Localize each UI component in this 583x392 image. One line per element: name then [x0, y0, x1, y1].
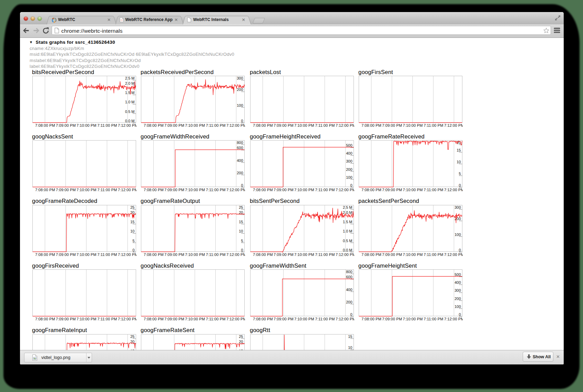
- svg-text:300: 300: [454, 289, 461, 293]
- svg-text:7:11:00 PM: 7:11:00 PM: [315, 317, 335, 321]
- svg-text:0.0 M: 0.0 M: [343, 248, 352, 252]
- svg-text:600: 600: [346, 275, 352, 279]
- svg-text:7:08:00 PM: 7:08:00 PM: [144, 123, 164, 127]
- svg-text:0: 0: [241, 119, 243, 123]
- svg-text:7:11:00 PM: 7:11:00 PM: [206, 123, 226, 127]
- svg-text:300: 300: [454, 205, 461, 209]
- svg-text:0: 0: [241, 248, 243, 252]
- svg-text:7:12:00 PM: 7:12:00 PM: [226, 123, 245, 127]
- svg-text:2.0 M: 2.0 M: [343, 210, 352, 215]
- svg-text:7:09:00 PM: 7:09:00 PM: [382, 123, 402, 127]
- svg-text:0: 0: [459, 312, 461, 317]
- svg-text:7:09:00 PM: 7:09:00 PM: [164, 188, 184, 192]
- svg-text:7:08:00 PM: 7:08:00 PM: [144, 317, 164, 321]
- svg-text:7:10:00 PM: 7:10:00 PM: [403, 123, 423, 127]
- svg-text:0.5 M: 0.5 M: [343, 238, 352, 243]
- svg-text:7:11:00 PM: 7:11:00 PM: [98, 123, 117, 127]
- svg-text:400: 400: [346, 288, 352, 292]
- svg-text:7:09:00 PM: 7:09:00 PM: [274, 252, 294, 256]
- svg-text:7:09:00 PM: 7:09:00 PM: [56, 317, 76, 321]
- svg-text:7:10:00 PM: 7:10:00 PM: [403, 252, 423, 256]
- svg-text:15: 15: [130, 220, 134, 224]
- svg-text:0: 0: [459, 248, 461, 252]
- svg-text:7:11:00 PM: 7:11:00 PM: [424, 252, 443, 256]
- svg-text:7:08:00 PM: 7:08:00 PM: [35, 188, 55, 192]
- svg-text:7:10:00 PM: 7:10:00 PM: [403, 317, 423, 321]
- svg-text:7:11:00 PM: 7:11:00 PM: [98, 317, 117, 321]
- svg-text:200: 200: [237, 171, 243, 175]
- svg-text:600: 600: [237, 146, 243, 150]
- svg-text:7:12:00 PM: 7:12:00 PM: [226, 188, 245, 192]
- svg-text:25: 25: [239, 334, 243, 338]
- svg-text:7:08:00 PM: 7:08:00 PM: [253, 252, 273, 256]
- svg-text:7:10:00 PM: 7:10:00 PM: [294, 188, 314, 192]
- svg-text:7:10:00 PM: 7:10:00 PM: [185, 252, 205, 256]
- svg-text:10: 10: [130, 229, 134, 233]
- svg-text:7:11:00 PM: 7:11:00 PM: [206, 317, 226, 321]
- svg-text:800: 800: [346, 270, 352, 274]
- svg-text:7:11:00 PM: 7:11:00 PM: [98, 188, 117, 192]
- svg-text:7:12:00 PM: 7:12:00 PM: [118, 317, 136, 321]
- svg-text:5: 5: [132, 238, 134, 243]
- svg-text:15: 15: [239, 220, 243, 224]
- svg-text:7:09:00 PM: 7:09:00 PM: [164, 317, 184, 321]
- svg-text:300: 300: [237, 76, 243, 80]
- svg-text:100: 100: [237, 103, 243, 107]
- svg-text:1.0 M: 1.0 M: [343, 229, 352, 233]
- svg-text:7:09:00 PM: 7:09:00 PM: [382, 188, 402, 192]
- svg-text:0: 0: [241, 183, 243, 187]
- svg-text:7:11:00 PM: 7:11:00 PM: [315, 123, 335, 127]
- svg-text:7:10:00 PM: 7:10:00 PM: [76, 188, 96, 192]
- svg-text:500: 500: [346, 144, 352, 148]
- svg-text:200: 200: [454, 217, 461, 221]
- svg-text:15: 15: [457, 148, 461, 152]
- svg-text:25: 25: [130, 205, 134, 209]
- svg-text:500: 500: [454, 272, 461, 277]
- svg-text:7:10:00 PM: 7:10:00 PM: [185, 317, 205, 321]
- svg-text:7:08:00 PM: 7:08:00 PM: [35, 317, 55, 321]
- svg-text:7:12:00 PM: 7:12:00 PM: [444, 252, 463, 256]
- svg-text:0: 0: [350, 312, 352, 317]
- svg-text:7:10:00 PM: 7:10:00 PM: [76, 123, 96, 127]
- svg-text:1.5 M: 1.5 M: [343, 220, 352, 224]
- svg-text:7:08:00 PM: 7:08:00 PM: [144, 252, 164, 256]
- svg-text:7:08:00 PM: 7:08:00 PM: [361, 123, 381, 127]
- svg-text:200: 200: [237, 87, 243, 92]
- svg-text:7:11:00 PM: 7:11:00 PM: [424, 188, 443, 192]
- svg-text:100: 100: [454, 232, 461, 236]
- svg-text:7:09:00 PM: 7:09:00 PM: [274, 317, 294, 321]
- svg-text:7:08:00 PM: 7:08:00 PM: [35, 252, 55, 256]
- svg-text:2.0 M: 2.0 M: [125, 81, 135, 85]
- svg-text:7:11:00 PM: 7:11:00 PM: [315, 188, 335, 192]
- svg-text:7:09:00 PM: 7:09:00 PM: [56, 188, 76, 192]
- svg-text:100: 100: [454, 305, 461, 309]
- svg-text:200: 200: [346, 300, 352, 304]
- svg-text:7:08:00 PM: 7:08:00 PM: [253, 317, 273, 321]
- svg-text:7:08:00 PM: 7:08:00 PM: [361, 317, 381, 321]
- svg-text:25: 25: [239, 205, 243, 209]
- svg-text:7:11:00 PM: 7:11:00 PM: [98, 252, 117, 256]
- svg-text:10: 10: [239, 229, 243, 233]
- svg-text:7:12:00 PM: 7:12:00 PM: [118, 188, 136, 192]
- svg-text:400: 400: [237, 158, 243, 163]
- svg-text:200: 200: [346, 167, 352, 172]
- svg-text:300: 300: [346, 159, 352, 164]
- svg-text:7:10:00 PM: 7:10:00 PM: [76, 252, 96, 256]
- svg-text:7:12:00 PM: 7:12:00 PM: [118, 123, 136, 127]
- svg-text:10: 10: [348, 345, 352, 350]
- svg-text:2.5 M: 2.5 M: [343, 205, 352, 209]
- svg-text:7:12:00 PM: 7:12:00 PM: [226, 252, 245, 256]
- svg-text:5: 5: [241, 238, 243, 243]
- svg-text:7:09:00 PM: 7:09:00 PM: [56, 252, 76, 256]
- svg-text:2.5 M: 2.5 M: [125, 76, 135, 80]
- svg-text:1.0 M: 1.0 M: [125, 100, 135, 104]
- svg-text:200: 200: [454, 297, 461, 301]
- svg-text:7:10:00 PM: 7:10:00 PM: [294, 317, 314, 321]
- svg-text:0: 0: [132, 248, 134, 252]
- svg-text:7:12:00 PM: 7:12:00 PM: [444, 317, 463, 321]
- svg-text:7:12:00 PM: 7:12:00 PM: [226, 317, 245, 321]
- svg-text:7:09:00 PM: 7:09:00 PM: [274, 123, 294, 127]
- svg-text:7:08:00 PM: 7:08:00 PM: [144, 188, 164, 192]
- svg-text:7:09:00 PM: 7:09:00 PM: [56, 123, 76, 127]
- svg-text:1.5 M: 1.5 M: [125, 91, 135, 95]
